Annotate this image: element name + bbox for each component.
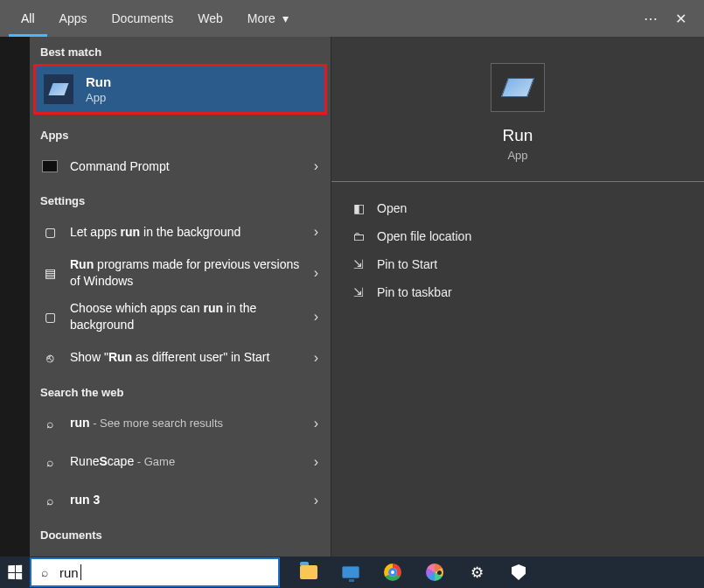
search-input[interactable] <box>58 562 80 584</box>
settings-icon: ▤ <box>40 263 59 283</box>
result-label: run 3 <box>70 492 309 508</box>
pin-icon: ⇲ <box>349 257 368 271</box>
tab-apps[interactable]: Apps <box>47 0 100 37</box>
file-explorer-icon[interactable] <box>297 561 320 584</box>
action-label: Pin to Start <box>377 257 437 271</box>
section-apps: Apps <box>30 120 331 147</box>
result-setting-compatibility[interactable]: ▤ Run programs made for previous version… <box>30 251 331 295</box>
section-best-match: Best match <box>30 37 331 64</box>
start-button[interactable] <box>0 556 30 588</box>
search-icon: ⌕ <box>40 414 59 433</box>
open-icon: ◧ <box>349 201 368 215</box>
result-label: Command Prompt <box>70 159 170 173</box>
pin-icon: ⇲ <box>349 285 368 299</box>
settings-icon: ▢ <box>40 222 59 242</box>
tab-all[interactable]: All <box>9 0 47 37</box>
result-setting-choose-background-apps[interactable]: ▢ Choose which apps can run in the backg… <box>30 295 331 339</box>
result-setting-run-as-different-user[interactable]: ⎋ Show "Run as different user" in Start … <box>30 339 331 377</box>
tab-web[interactable]: Web <box>185 0 235 37</box>
search-icon: ⌕ <box>40 491 59 510</box>
results-column: Best match Run App Apps Command Prompt ›… <box>30 37 331 556</box>
security-shield-icon[interactable] <box>507 561 530 584</box>
best-match-title: Run <box>86 74 111 89</box>
folder-icon: 🗀 <box>349 229 368 243</box>
detail-header: Run App <box>331 37 704 182</box>
paint-icon[interactable] <box>423 561 446 584</box>
chevron-right-icon[interactable]: › <box>309 416 324 431</box>
result-web-run3[interactable]: ⌕ run 3 › <box>30 481 331 520</box>
taskbar-pinned-apps: ⚙ <box>297 561 530 584</box>
text-cursor <box>80 564 81 580</box>
result-web-runescape[interactable]: ⌕ RuneScape - Game › <box>30 443 331 481</box>
chevron-right-icon[interactable]: › <box>309 265 324 281</box>
search-results-body: Best match Run App Apps Command Prompt ›… <box>30 37 704 556</box>
section-documents: Documents <box>30 520 331 547</box>
best-match-type: App <box>86 91 111 104</box>
action-label: Open file location <box>377 229 471 243</box>
result-label: Let apps run in the background <box>70 224 309 241</box>
tab-documents[interactable]: Documents <box>99 0 185 37</box>
action-pin-taskbar[interactable]: ⇲ Pin to taskbar <box>337 278 699 306</box>
action-label: Pin to taskbar <box>377 285 452 299</box>
run-app-icon <box>44 74 73 104</box>
close-icon[interactable]: ✕ <box>666 10 695 27</box>
windows-logo-icon <box>8 565 22 579</box>
best-match-run[interactable]: Run App <box>35 66 325 113</box>
detail-pane: Run App ◧ Open 🗀 Open file location ⇲ Pi… <box>331 37 704 556</box>
result-web-run[interactable]: ⌕ run - See more search results › <box>30 404 331 443</box>
chevron-right-icon[interactable]: › <box>309 224 324 240</box>
chevron-right-icon[interactable]: › <box>309 158 324 174</box>
action-open-file-location[interactable]: 🗀 Open file location <box>337 222 699 250</box>
chevron-right-icon[interactable]: › <box>309 309 324 325</box>
taskbar: ⌕ ⚙ <box>0 556 704 588</box>
result-label: RuneScape - Game <box>70 453 309 470</box>
chrome-icon[interactable] <box>381 561 404 584</box>
result-label: Show "Run as different user" in Start <box>70 349 309 366</box>
search-icon: ⌕ <box>31 565 58 579</box>
action-pin-start[interactable]: ⇲ Pin to Start <box>337 250 699 278</box>
tab-more-label: More <box>247 11 275 25</box>
left-gutter <box>0 37 30 556</box>
detail-title: Run <box>503 126 533 145</box>
command-prompt-icon <box>40 157 59 176</box>
detail-actions: ◧ Open 🗀 Open file location ⇲ Pin to Sta… <box>331 182 704 318</box>
result-setting-background-apps[interactable]: ▢ Let apps run in the background › <box>30 213 331 251</box>
result-label: Choose which apps can run in the backgro… <box>70 300 309 333</box>
result-label: Run programs made for previous versions … <box>70 256 309 290</box>
chevron-right-icon[interactable]: › <box>309 493 324 508</box>
settings-icon: ⎋ <box>40 348 59 368</box>
overflow-menu-icon[interactable]: ⋯ <box>636 10 666 27</box>
this-pc-icon[interactable] <box>339 561 362 584</box>
taskbar-search-box[interactable]: ⌕ <box>30 557 280 587</box>
settings-gear-icon[interactable]: ⚙ <box>465 561 488 584</box>
chevron-right-icon[interactable]: › <box>309 454 324 470</box>
chevron-right-icon[interactable]: › <box>309 350 324 366</box>
search-filter-tabs: All Apps Documents Web More ▾ ⋯ ✕ <box>0 0 704 37</box>
section-settings: Settings <box>30 186 331 213</box>
detail-type: App <box>507 149 527 162</box>
annotation-highlight <box>33 64 327 115</box>
search-icon: ⌕ <box>40 452 59 472</box>
tab-more[interactable]: More ▾ <box>235 0 301 37</box>
settings-icon: ▢ <box>40 307 59 326</box>
result-label: run - See more search results <box>70 415 309 431</box>
chevron-down-icon: ▾ <box>282 11 289 25</box>
run-app-icon <box>491 63 545 112</box>
result-command-prompt[interactable]: Command Prompt › <box>30 147 331 186</box>
action-open[interactable]: ◧ Open <box>337 194 699 222</box>
action-label: Open <box>377 201 407 215</box>
result-doc-bootable-usb[interactable]: How to Run Bootable USB MSI (1500 › <box>30 547 331 556</box>
section-search-web: Search the web <box>30 377 331 404</box>
